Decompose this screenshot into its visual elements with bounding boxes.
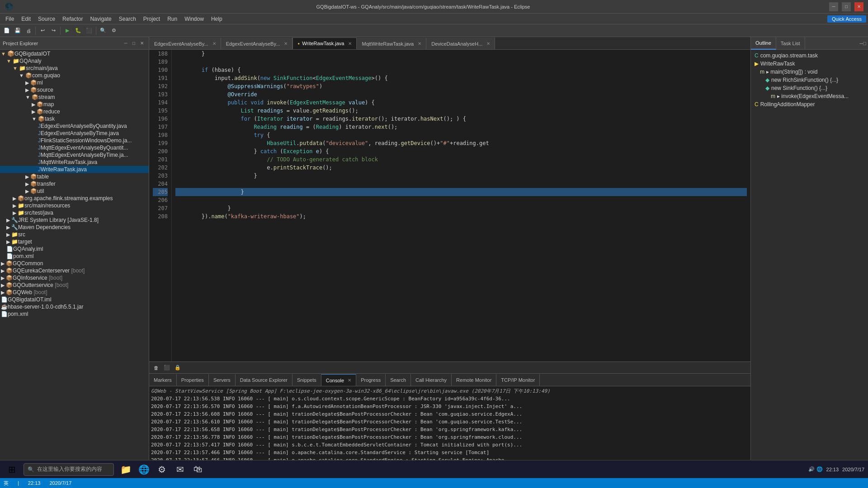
taskbar-app-explorer[interactable]: 📁 xyxy=(118,461,134,478)
sidebar-maximize-button[interactable]: □ xyxy=(130,39,138,47)
tree-item-gqbigdataiot[interactable]: ▼ 📦 GQBigdataIOT xyxy=(0,50,149,57)
tree-item-flink[interactable]: J FlinkStaticSessionWindowsDemo.ja... xyxy=(0,137,149,144)
tree-item-hbase[interactable]: ☕ hbase-server-1.0.0-cdh5.5.1.jar xyxy=(0,303,149,310)
tab-properties[interactable]: Properties xyxy=(177,374,209,386)
sidebar-minimize-button[interactable]: ─ xyxy=(122,39,130,47)
tab-close-icon[interactable]: ✕ xyxy=(212,41,216,46)
tree-item-gqweb[interactable]: ▶ 📦 GQWeb [boot] xyxy=(0,289,149,296)
taskbar-app-settings[interactable]: ⚙ xyxy=(154,461,170,478)
menu-window[interactable]: Window xyxy=(181,15,208,23)
tab-writeraw[interactable]: ● WriteRawTask.java ✕ xyxy=(292,38,357,49)
menu-run[interactable]: Run xyxy=(164,15,181,23)
tab-close-icon[interactable]: ✕ xyxy=(486,41,490,46)
tree-item-comguqiao[interactable]: ▼ 📦 com.guqiao xyxy=(0,72,149,79)
tab-search[interactable]: Search xyxy=(386,374,411,386)
tree-item-mqtt1[interactable]: J MqttEdgexEventAnalyseByQuantit... xyxy=(0,144,149,151)
code-content[interactable]: } if (hbase) { input.addSink(new SinkFun… xyxy=(172,50,750,361)
taskbar-search[interactable]: 🔍 在这里输入你要搜索的内容 xyxy=(24,463,114,476)
tree-item-transfer[interactable]: ▶ 📦 transfer xyxy=(0,180,149,188)
menu-navigate[interactable]: Navigate xyxy=(86,15,115,23)
tab-close-icon[interactable]: ✕ xyxy=(284,41,288,46)
tree-item-edgex2[interactable]: J EdgexEventAnalyseByTime.java xyxy=(0,130,149,137)
minimize-button[interactable]: ─ xyxy=(829,2,838,11)
toolbar-search[interactable]: 🔍 xyxy=(98,26,108,36)
toolbar-print[interactable]: 🖨 xyxy=(24,26,33,36)
outline-writerawtask[interactable]: ▶ WriteRawTask xyxy=(751,60,868,68)
tree-item-testjava[interactable]: ▶ 📁 src/test/java xyxy=(0,209,149,216)
outline-richsink[interactable]: ◆ new RichSinkFunction() {...} xyxy=(751,76,868,84)
tab-tcpip[interactable]: TCP/IP Monitor xyxy=(496,374,540,386)
tab-close-icon[interactable]: ✕ xyxy=(418,41,421,46)
tree-item-gqeureka[interactable]: ▶ 📦 GQEurekaCenterserver [boot] xyxy=(0,267,149,274)
tree-item-mqtt2[interactable]: J MqttEdgexEventAnalyseByTime.ja... xyxy=(0,151,149,159)
tree-item-gqanaly-iml[interactable]: 📄 GQAnaly.iml xyxy=(0,245,149,253)
toolbar-new[interactable]: 📄 xyxy=(2,26,12,36)
taskbar-app-store[interactable]: 🛍 xyxy=(190,461,206,478)
tab-remotemonitor[interactable]: Remote Monitor xyxy=(452,374,496,386)
tree-item-gqanaly[interactable]: ▼ 📁 GQAnaly xyxy=(0,57,149,65)
tree-item-src[interactable]: ▶ 📁 src xyxy=(0,231,149,238)
tree-item-stream[interactable]: ▼ 📦 stream xyxy=(0,94,149,101)
tab-tasklist[interactable]: Task List xyxy=(776,37,805,50)
toolbar-redo[interactable]: ↪ xyxy=(48,26,58,36)
toolbar-run[interactable]: ▶ xyxy=(62,26,72,36)
tree-item-writeraw[interactable]: J WriteRawTask.java xyxy=(0,166,149,173)
tab-datasource[interactable]: Data Source Explorer xyxy=(236,374,292,386)
toolbar-settings[interactable]: ⚙ xyxy=(109,26,119,36)
tree-item-pom1[interactable]: 📄 pom.xml xyxy=(0,253,149,260)
menu-source[interactable]: Source xyxy=(34,15,59,23)
code-editor[interactable]: 188 189 190 191 192 193 194 195 196 197 … xyxy=(149,50,750,361)
tree-item-edgex1[interactable]: J EdgexEventAnalyseByQuantity.java xyxy=(0,122,149,130)
toolbar-debug[interactable]: 🐛 xyxy=(73,26,83,36)
menu-refactor[interactable]: Refactor xyxy=(59,15,86,23)
tree-item-gqbig-iml[interactable]: 📄 GQBigdataIOT.iml xyxy=(0,296,149,303)
taskbar-app-mail[interactable]: ✉ xyxy=(172,461,188,478)
right-panel-maximize[interactable]: □ xyxy=(863,41,866,46)
menu-project[interactable]: Project xyxy=(140,15,164,23)
tab-progress[interactable]: Progress xyxy=(356,374,386,386)
tab-close-icon[interactable]: ✕ xyxy=(348,41,352,46)
tree-item-resources[interactable]: ▶ 📁 src/main/resources xyxy=(0,202,149,209)
toolbar-save[interactable]: 💾 xyxy=(13,26,23,36)
close-button[interactable]: ✕ xyxy=(854,2,863,11)
menu-edit[interactable]: Edit xyxy=(18,15,34,23)
tree-item-gqcommon[interactable]: ▶ 📦 GQCommon xyxy=(0,260,149,267)
outline-main[interactable]: m ▸ main(String[]) : void xyxy=(751,68,868,76)
tree-item-util[interactable]: ▶ 📦 util xyxy=(0,188,149,195)
menu-help[interactable]: Help xyxy=(208,15,226,23)
menu-search[interactable]: Search xyxy=(115,15,140,23)
outline-invoke[interactable]: m ▸ invoke(EdgexEventMessa... xyxy=(751,92,868,100)
sidebar-close-button[interactable]: ✕ xyxy=(138,39,146,47)
tree-item-maven[interactable]: ▶ 🔧 Maven Dependencies xyxy=(0,224,149,231)
outline-rolling[interactable]: C RollingAdditionMapper xyxy=(751,100,868,108)
tree-item-srcmainjava[interactable]: ▼ 📁 src/main/java xyxy=(0,65,149,72)
outline-newsink[interactable]: ◆ new SinkFunction() {...} xyxy=(751,84,868,92)
toolbar-stop[interactable]: ⬛ xyxy=(84,26,94,36)
tab-console[interactable]: Console ✕ xyxy=(321,374,356,386)
tree-item-jre[interactable]: ▶ 🔧 JRE System Library [JavaSE-1.8] xyxy=(0,216,149,224)
right-panel-minimize[interactable]: ─ xyxy=(860,41,863,46)
tab-mqttwrite[interactable]: MqttWriteRawTask.java ✕ xyxy=(357,38,426,49)
quick-access-button[interactable]: Quick Access xyxy=(827,15,866,23)
tab-outline[interactable]: Outline xyxy=(751,37,776,50)
start-button[interactable]: ⊞ xyxy=(4,461,20,478)
console-scroll-lock-button[interactable]: 🔒 xyxy=(173,363,183,373)
tab-markers[interactable]: Markers xyxy=(149,374,177,386)
tree-item-mqttwrite[interactable]: J MqttWriteRawTask.java xyxy=(0,159,149,166)
menu-file[interactable]: File xyxy=(2,15,18,23)
outline-class[interactable]: C com.guqiao.stream.task xyxy=(751,52,868,60)
tab-close-icon[interactable]: ✕ xyxy=(348,378,351,383)
tree-item-target[interactable]: ▶ 📁 target xyxy=(0,238,149,245)
tree-item-reduce[interactable]: ▶ 📦 reduce xyxy=(0,108,149,115)
tab-callhierarchy[interactable]: Call Hierarchy xyxy=(411,374,452,386)
tab-edgex2[interactable]: EdgexEventAnalyseBy... ✕ xyxy=(221,38,293,49)
tab-snippets[interactable]: Snippets xyxy=(292,374,321,386)
tree-item-map[interactable]: ▶ 📦 map xyxy=(0,101,149,108)
tree-item-source[interactable]: ▶ 📦 source xyxy=(0,86,149,94)
tab-edgex1[interactable]: EdgexEventAnalyseBy... ✕ xyxy=(149,38,221,49)
console-clear-button[interactable]: 🗑 xyxy=(151,363,161,373)
tree-item-apache[interactable]: ▶ 📦 org.apache.flink.streaming.examples xyxy=(0,195,149,202)
console-stop-button[interactable]: ⬛ xyxy=(162,363,172,373)
tree-item-table[interactable]: ▶ 📦 table xyxy=(0,173,149,180)
tree-item-gqinfo[interactable]: ▶ 📦 GQInfoservice [boot] xyxy=(0,274,149,282)
